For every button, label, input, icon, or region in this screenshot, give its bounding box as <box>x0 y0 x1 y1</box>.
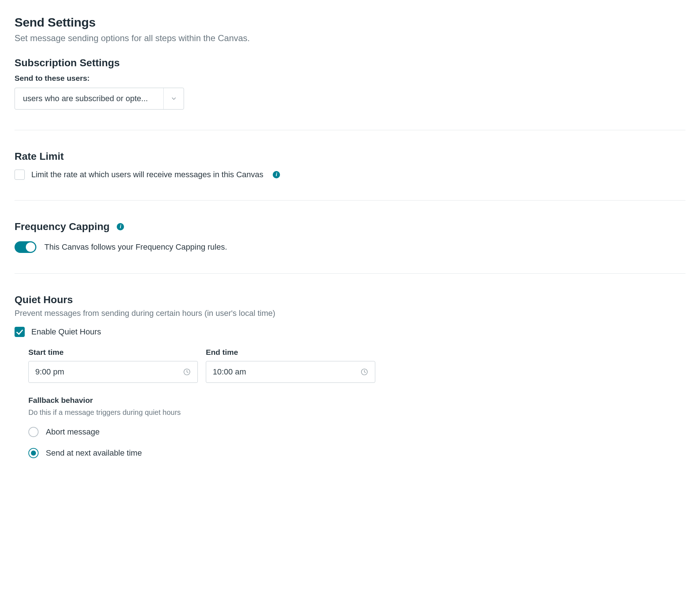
fallback-send-next-label: Send at next available time <box>46 448 142 458</box>
send-to-users-label: Send to these users: <box>15 74 685 83</box>
quiet-hours-description: Prevent messages from sending during cer… <box>15 309 685 318</box>
section-divider <box>15 130 685 130</box>
clock-icon <box>360 368 368 376</box>
fallback-behavior-title: Fallback behavior <box>28 396 685 405</box>
info-icon[interactable]: i <box>117 223 124 230</box>
page-title: Send Settings <box>15 15 685 29</box>
end-time-label: End time <box>206 348 375 357</box>
start-time-value: 9:00 pm <box>35 367 64 377</box>
toggle-knob <box>26 242 35 252</box>
page-subtitle: Set message sending options for all step… <box>15 33 685 43</box>
chevron-down-icon <box>163 88 184 109</box>
end-time-input[interactable]: 10:00 am <box>206 361 375 383</box>
subscription-settings-title: Subscription Settings <box>15 57 685 69</box>
quiet-hours-title: Quiet Hours <box>15 294 685 306</box>
fallback-behavior-description: Do this if a message triggers during qui… <box>28 408 685 417</box>
frequency-capping-toggle-label: This Canvas follows your Frequency Cappi… <box>44 242 227 252</box>
rate-limit-checkbox[interactable] <box>15 170 25 180</box>
section-divider <box>15 273 685 274</box>
frequency-capping-toggle[interactable] <box>15 241 36 253</box>
section-divider <box>15 200 685 201</box>
rate-limit-checkbox-label: Limit the rate at which users will recei… <box>31 170 263 179</box>
fallback-abort-radio[interactable] <box>28 427 39 437</box>
end-time-value: 10:00 am <box>213 367 246 377</box>
send-to-users-select[interactable]: users who are subscribed or opte... <box>15 88 184 110</box>
start-time-input[interactable]: 9:00 pm <box>28 361 198 383</box>
enable-quiet-hours-label: Enable Quiet Hours <box>31 327 101 337</box>
rate-limit-title: Rate Limit <box>15 151 685 162</box>
start-time-label: Start time <box>28 348 198 357</box>
clock-icon <box>183 368 191 376</box>
frequency-capping-title: Frequency Capping <box>15 221 109 233</box>
fallback-send-next-radio[interactable] <box>28 448 39 458</box>
send-to-users-value: users who are subscribed or opte... <box>15 88 163 109</box>
enable-quiet-hours-checkbox[interactable] <box>15 327 25 337</box>
info-icon[interactable]: i <box>273 171 280 178</box>
fallback-abort-label: Abort message <box>46 427 100 437</box>
